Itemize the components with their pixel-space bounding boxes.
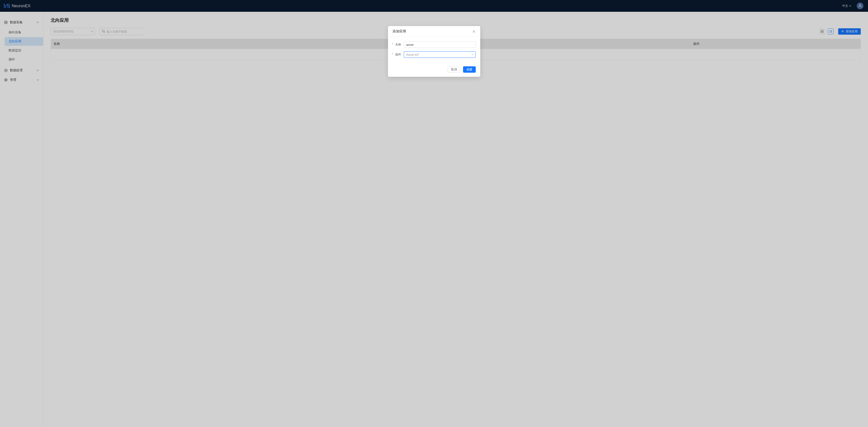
name-input[interactable]: [404, 41, 476, 48]
modal-overlay[interactable]: 添加应用 * 名称 * 插件: [0, 0, 868, 427]
close-icon: [472, 30, 475, 33]
modal-close-button[interactable]: [472, 30, 476, 33]
add-app-modal: 添加应用 * 名称 * 插件: [388, 26, 480, 77]
plugin-field-label: * 插件: [393, 53, 404, 57]
create-button[interactable]: 创建: [463, 66, 476, 73]
plugin-select[interactable]: Azure IoT: [404, 51, 476, 58]
name-field-label: * 名称: [393, 42, 404, 47]
cancel-button[interactable]: 取消: [448, 66, 460, 73]
chevron-down-icon: [471, 53, 474, 56]
modal-title: 添加应用: [393, 29, 406, 33]
plugin-select-value: Azure IoT: [406, 53, 419, 56]
